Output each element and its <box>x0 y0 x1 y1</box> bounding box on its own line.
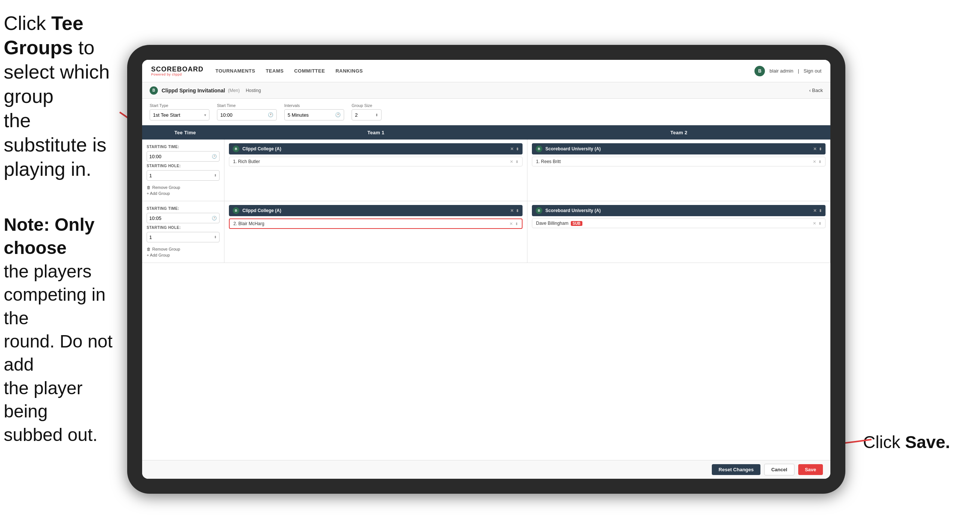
player-name-2-1: 1. Rees Britt <box>536 159 561 164</box>
group2-actions: 🗑 Remove Group + Add Group <box>146 247 220 257</box>
nav-committee[interactable]: COMMITTEE <box>294 67 325 75</box>
trash-icon-2: 🗑 <box>146 247 151 252</box>
player-x-2-1[interactable]: ✕ <box>813 159 816 164</box>
team1-badge-1: B <box>233 145 239 152</box>
player-name-2-2: Dave Billingham <box>536 221 568 226</box>
player-card-2-1[interactable]: 1. Rees Britt ✕ ⬍ <box>532 157 826 166</box>
player-x-1-2[interactable]: ✕ <box>509 221 513 226</box>
player-chevron-2-2[interactable]: ⬍ <box>818 221 821 226</box>
logo-sub: Powered by clippd <box>151 73 204 76</box>
player-chevron-1-2[interactable]: ⬍ <box>515 222 518 226</box>
signout-link[interactable]: Sign out <box>803 68 821 74</box>
starting-hole-input-2[interactable]: 1 ⬍ <box>146 232 220 242</box>
team1-x-2[interactable]: ✕ <box>510 209 514 213</box>
player-x-2-2[interactable]: ✕ <box>813 221 816 226</box>
col-header-team2: Team 2 <box>527 130 830 135</box>
hosting-label: Hosting <box>246 88 261 93</box>
start-time-label: Start Time <box>217 103 277 108</box>
nav-rankings[interactable]: RANKINGS <box>336 67 363 75</box>
team2-x-1[interactable]: ✕ <box>813 146 816 151</box>
group1-left: STARTING TIME: 10:00 🕐 STARTING HOLE: 1 … <box>142 140 224 201</box>
navbar-right: B blair admin | Sign out <box>754 66 821 76</box>
player-x-1-1[interactable]: ✕ <box>510 159 513 164</box>
cancel-button[interactable]: Cancel <box>764 464 794 475</box>
remove-group-1[interactable]: 🗑 Remove Group <box>146 185 220 189</box>
group1-actions: 🗑 Remove Group + Add Group <box>146 185 220 196</box>
team1-name-2: Clippd College (A) <box>242 208 281 213</box>
settings-row: Start Type 1st Tee Start ▾ Start Time 10… <box>142 99 830 125</box>
team2-card-1[interactable]: B Scoreboard University (A) ✕ ⬍ <box>532 143 826 154</box>
team1-name-1: Clippd College (A) <box>242 146 281 151</box>
player-name-1-2: 2. Blair McHarg <box>234 221 264 226</box>
logo-title: SCOREBOARD <box>151 66 204 73</box>
instruction-bottom: Note: Only choose the players competing … <box>4 213 120 447</box>
click-save-annotation: Click Save. <box>863 432 950 452</box>
team1-chevron-1[interactable]: ⬍ <box>516 147 519 151</box>
navbar-links: TOURNAMENTS TEAMS COMMITTEE RANKINGS <box>215 67 754 75</box>
group-size-value: 2 <box>355 112 358 118</box>
team2-card-2[interactable]: B Scoreboard University (A) ✕ ⬍ <box>532 205 826 216</box>
team2-chevron-2[interactable]: ⬍ <box>819 209 822 213</box>
clock-icon-2: 🕐 <box>335 112 341 118</box>
trash-icon: 🗑 <box>146 185 151 189</box>
gender-tag: (Men) <box>228 88 240 93</box>
chevron-icon-2: ⬍ <box>375 113 378 117</box>
player-card-1-2[interactable]: 2. Blair McHarg ✕ ⬍ <box>229 218 523 229</box>
group-size-group: Group Size 2 ⬍ <box>352 103 382 121</box>
chevron-hole-2: ⬍ <box>214 235 217 239</box>
remove-group-2[interactable]: 🗑 Remove Group <box>146 247 220 252</box>
add-group-2[interactable]: + Add Group <box>146 253 220 257</box>
nav-tournaments[interactable]: TOURNAMENTS <box>215 67 255 75</box>
chevron-hole-1: ⬍ <box>214 174 217 177</box>
team1-chevron-2[interactable]: ⬍ <box>516 209 519 213</box>
reset-button[interactable]: Reset Changes <box>712 464 760 475</box>
start-type-input[interactable]: 1st Tee Start ▾ <box>150 109 210 121</box>
clock-icon-4: 🕐 <box>212 216 217 221</box>
group1-team2: B Scoreboard University (A) ✕ ⬍ 1. Rees … <box>527 140 830 201</box>
team2-x-2[interactable]: ✕ <box>813 209 816 213</box>
player-card-1-1[interactable]: 1. Rich Butler ✕ ⬍ <box>229 157 523 166</box>
starting-hole-value-1: 1 <box>149 173 152 178</box>
team1-card-1[interactable]: B Clippd College (A) ✕ ⬍ <box>229 143 523 154</box>
starting-time-input-1[interactable]: 10:00 🕐 <box>146 151 220 162</box>
start-type-label: Start Type <box>150 103 210 108</box>
starting-hole-input-1[interactable]: 1 ⬍ <box>146 170 220 181</box>
player-chevron-2-1[interactable]: ⬍ <box>818 160 821 164</box>
player-card-2-2[interactable]: Dave Billingham SUB ✕ ⬍ <box>532 218 826 228</box>
nav-teams[interactable]: TEAMS <box>266 67 283 75</box>
add-group-1[interactable]: + Add Group <box>146 191 220 196</box>
starting-hole-label-1: STARTING HOLE: <box>146 164 220 168</box>
player-chevron-1-1[interactable]: ⬍ <box>515 160 519 164</box>
col-header-tee: Tee Time <box>142 130 224 135</box>
start-type-group: Start Type 1st Tee Start ▾ <box>150 103 210 121</box>
starting-time-label-2: STARTING TIME: <box>146 207 220 210</box>
team1-card-2[interactable]: B Clippd College (A) ✕ ⬍ <box>229 205 523 216</box>
intervals-value: 5 Minutes <box>288 112 309 118</box>
start-time-value: 10:00 <box>220 112 233 118</box>
admin-name: blair admin <box>769 68 793 74</box>
save-button[interactable]: Save <box>798 464 823 475</box>
back-button[interactable]: ‹ Back <box>809 88 823 93</box>
starting-time-label-1: STARTING TIME: <box>146 145 220 149</box>
starting-hole-label-2: STARTING HOLE: <box>146 226 220 230</box>
team1-x-1[interactable]: ✕ <box>510 146 514 151</box>
tee-groups-bold: Tee Groups <box>4 12 83 58</box>
group-size-input[interactable]: 2 ⬍ <box>352 109 382 121</box>
footer: Reset Changes Cancel Save <box>142 460 830 479</box>
start-type-value: 1st Tee Start <box>153 112 180 118</box>
intervals-label: Intervals <box>284 103 344 108</box>
start-time-input[interactable]: 10:00 🕐 <box>217 109 277 121</box>
table-header: Tee Time Team 1 Team 2 <box>142 125 830 140</box>
intervals-input[interactable]: 5 Minutes 🕐 <box>284 109 344 121</box>
signout-divider: | <box>798 68 799 74</box>
group1-team1: B Clippd College (A) ✕ ⬍ 1. Rich Butler … <box>224 140 527 201</box>
team2-name-1: Scoreboard University (A) <box>546 146 601 151</box>
starting-time-input-2[interactable]: 10:05 🕐 <box>146 213 220 223</box>
group-size-label: Group Size <box>352 103 382 108</box>
note-bold: Note: Only choose <box>4 215 95 258</box>
starting-hole-value-2: 1 <box>149 234 152 240</box>
team2-chevron-1[interactable]: ⬍ <box>819 147 822 151</box>
tablet-screen: SCOREBOARD Powered by clippd TOURNAMENTS… <box>142 60 830 479</box>
group2-team2: B Scoreboard University (A) ✕ ⬍ Dave Bil… <box>527 201 830 263</box>
table-row: STARTING TIME: 10:05 🕐 STARTING HOLE: 1 … <box>142 201 830 263</box>
